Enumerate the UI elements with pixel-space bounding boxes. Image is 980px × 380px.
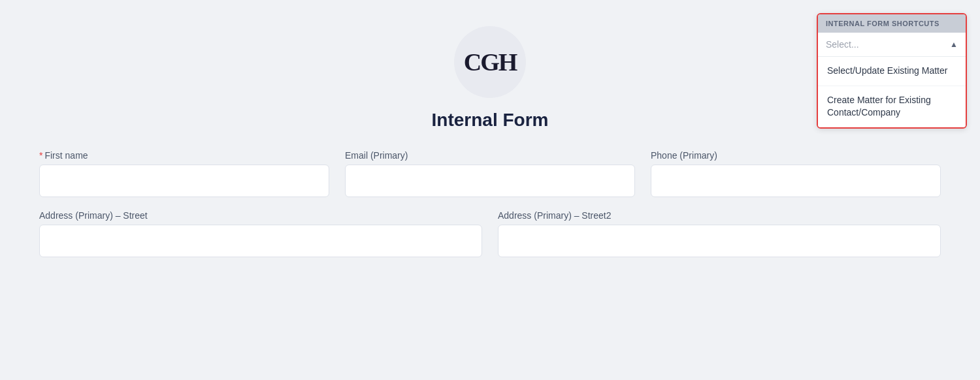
form-section: * First name Email (Primary) Phone (Prim…	[39, 150, 941, 257]
shortcuts-dropdown: Select/Update Existing Matter Create Mat…	[818, 57, 966, 127]
required-star: *	[39, 150, 42, 161]
label-email-primary: Email (Primary)	[345, 150, 635, 161]
field-first-name: * First name	[39, 150, 329, 197]
label-address-street: Address (Primary) – Street	[39, 210, 482, 221]
page-container: CGH Internal Form * First name Email (Pr…	[0, 0, 980, 380]
field-phone-primary: Phone (Primary)	[651, 150, 941, 197]
label-phone-primary: Phone (Primary)	[651, 150, 941, 161]
input-phone-primary[interactable]	[651, 165, 941, 197]
input-first-name[interactable]	[39, 165, 329, 197]
logo-text: CGH	[464, 48, 517, 76]
shortcuts-panel: INTERNAL FORM SHORTCUTS Select... ▲ Sele…	[817, 13, 967, 129]
logo-circle: CGH	[454, 26, 526, 98]
input-email-primary[interactable]	[345, 165, 635, 197]
field-address-street2: Address (Primary) – Street2	[498, 210, 941, 257]
input-address-street2[interactable]	[498, 225, 941, 257]
shortcut-option-2[interactable]: Create Matter for Existing Contact/Compa…	[818, 86, 966, 127]
label-first-name: * First name	[39, 150, 329, 161]
form-row-2: Address (Primary) – Street Address (Prim…	[39, 210, 941, 257]
page-title: Internal Form	[432, 110, 549, 131]
chevron-up-icon: ▲	[950, 40, 958, 49]
shortcuts-select-bar[interactable]: Select... ▲	[818, 33, 966, 57]
label-address-street2: Address (Primary) – Street2	[498, 210, 941, 221]
header-section: CGH Internal Form	[39, 26, 941, 131]
form-row-1: * First name Email (Primary) Phone (Prim…	[39, 150, 941, 197]
field-address-street: Address (Primary) – Street	[39, 210, 482, 257]
shortcuts-placeholder: Select...	[826, 39, 859, 50]
input-address-street[interactable]	[39, 225, 482, 257]
field-email-primary: Email (Primary)	[345, 150, 635, 197]
shortcuts-header: INTERNAL FORM SHORTCUTS	[818, 14, 966, 33]
shortcut-option-1[interactable]: Select/Update Existing Matter	[818, 57, 966, 86]
